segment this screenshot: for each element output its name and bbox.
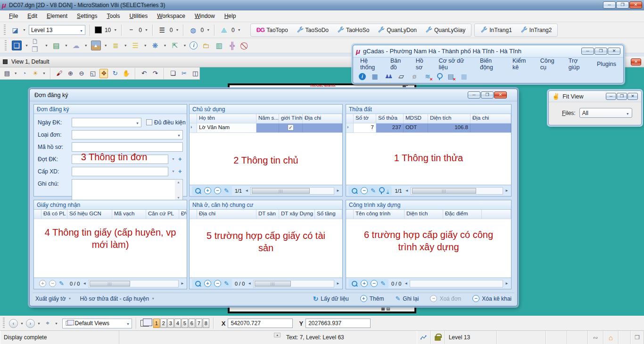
- scrollbar-thumb[interactable]: [252, 188, 310, 194]
- gcadas-menu-congcu[interactable]: Công cụ: [536, 56, 564, 73]
- view-8-button[interactable]: 8: [203, 319, 209, 328]
- gcadas-restore-button[interactable]: ❐: [594, 48, 607, 55]
- line-style-dropdown-icon[interactable]: [145, 28, 148, 32]
- col-dv[interactable]: ĐV: [179, 210, 187, 219]
- line-weight-dropdown-icon[interactable]: [176, 28, 179, 32]
- taotopo-button[interactable]: ĐG TaoTopo: [253, 25, 292, 35]
- remove-layers-icon[interactable]: [423, 72, 432, 81]
- hide-icon[interactable]: [410, 72, 419, 81]
- cap-xd-add-icon[interactable]: [178, 168, 182, 174]
- pan-view-icon[interactable]: ✋: [122, 69, 131, 78]
- owner-name-cell[interactable]: Lờ Văn Nam: [197, 123, 256, 132]
- scroll-left-icon[interactable]: [245, 188, 248, 193]
- col-namsinh[interactable]: Năm s...: [256, 114, 279, 123]
- delete-declaration-button[interactable]: Xóa kê khai: [472, 295, 512, 302]
- dropdown-icon[interactable]: [45, 44, 48, 47]
- remove-record-icon[interactable]: [214, 280, 221, 287]
- owners-scrollbar[interactable]: [250, 187, 334, 195]
- col-sohieugcn[interactable]: Số hiệu GCN: [67, 210, 112, 219]
- view-2-button[interactable]: 2: [160, 319, 167, 328]
- col-dacopl[interactable]: Đã có PL: [41, 210, 67, 219]
- cel-library-icon[interactable]: ☁: [71, 41, 81, 50]
- copy-view-icon[interactable]: ❏: [169, 69, 177, 78]
- auxiliary-coordinates-icon[interactable]: ⇱: [170, 41, 180, 50]
- fit-view-icon[interactable]: ✥: [99, 69, 108, 78]
- menu-tools[interactable]: Tools: [102, 11, 124, 21]
- taosodo-button[interactable]: TaoSoDo: [293, 25, 332, 35]
- col-cancupl[interactable]: Căn cứ PL: [146, 210, 179, 219]
- edit-record-icon[interactable]: [380, 280, 386, 287]
- dropdown-icon[interactable]: [183, 44, 187, 47]
- diachi-cell[interactable]: [471, 123, 511, 132]
- view-window-icon[interactable]: [3, 59, 8, 64]
- view-rotation-icon[interactable]: ⌖: [43, 319, 52, 328]
- zoom-out-icon[interactable]: ⊖: [77, 69, 86, 78]
- scroll-right-icon[interactable]: [336, 188, 340, 193]
- dropdown-icon[interactable]: [144, 44, 147, 47]
- textarea-scrollbar[interactable]: ▲▼: [175, 180, 182, 200]
- scroll-down-icon[interactable]: ▼: [177, 196, 180, 199]
- status-tab-icon[interactable]: [274, 333, 281, 337]
- clip-mask-icon[interactable]: ◫: [191, 69, 199, 78]
- transparency-icon[interactable]: ⟁: [219, 25, 229, 35]
- owner-year-cell[interactable]: [256, 123, 279, 132]
- edit-record-icon[interactable]: [59, 280, 64, 287]
- info-icon[interactable]: [359, 73, 366, 80]
- add-record-icon[interactable]: [361, 280, 368, 287]
- view-6-button[interactable]: 6: [189, 319, 195, 328]
- col-sothua[interactable]: Số thửa: [376, 114, 404, 123]
- cap-xd-dropdown-icon[interactable]: [172, 170, 175, 173]
- line-weight-icon[interactable]: ☰: [157, 25, 167, 35]
- menu-workspace[interactable]: Workspace: [153, 11, 190, 21]
- owner-address-cell[interactable]: [303, 123, 342, 132]
- scrollbar-thumb[interactable]: [90, 281, 130, 287]
- stop-tool-icon[interactable]: ⃠: [240, 41, 250, 50]
- element-class-icon[interactable]: ◍: [188, 25, 198, 35]
- view-display-mode-icon[interactable]: ◔: [20, 69, 29, 78]
- add-record-icon[interactable]: [204, 280, 211, 287]
- scroll-right-icon[interactable]: [505, 281, 509, 286]
- mdsd-cell[interactable]: ODT: [404, 123, 428, 132]
- dialog-restore-button[interactable]: ❐: [481, 91, 494, 98]
- view-3-button[interactable]: 3: [167, 319, 174, 328]
- scroll-right-icon[interactable]: [505, 188, 509, 193]
- gcadas-menu-trogiup[interactable]: Trợ giúp: [564, 56, 593, 73]
- dropdown-icon[interactable]: [124, 44, 127, 47]
- location-pin-icon[interactable]: [437, 73, 442, 80]
- fit-view-close-button[interactable]: ✕: [627, 93, 638, 100]
- dropdown-icon[interactable]: [25, 44, 28, 47]
- du-dieu-kien-checkbox[interactable]: [146, 119, 152, 125]
- gcadas-menu-kiemke[interactable]: Kiểm kê: [508, 56, 536, 73]
- line-style-icon[interactable]: ┅: [126, 25, 136, 35]
- models-icon[interactable]: ▤: [51, 41, 61, 50]
- gcadas-menu-hoso[interactable]: Hồ sơ: [412, 56, 435, 73]
- dropdown-icon[interactable]: [55, 322, 58, 325]
- menu-utilities[interactable]: Utilities: [125, 11, 152, 21]
- remove-record-icon[interactable]: [361, 187, 368, 194]
- col-soto[interactable]: Số tờ: [354, 114, 376, 123]
- dropdown-icon[interactable]: [84, 44, 88, 47]
- view-previous-button[interactable]: ‹: [9, 319, 18, 328]
- col-dientich[interactable]: Diện tích: [405, 210, 443, 219]
- menu-help[interactable]: Help: [220, 11, 240, 21]
- users-icon[interactable]: [384, 72, 392, 81]
- col-dtxaydung[interactable]: DT xây Dựng: [279, 210, 315, 219]
- toolbar-grip[interactable]: [4, 25, 6, 36]
- update-view-icon[interactable]: 🖌: [55, 69, 64, 78]
- menu-element[interactable]: Element: [42, 11, 72, 21]
- active-element-template-icon[interactable]: ◪: [10, 25, 20, 35]
- transparency-dropdown-icon[interactable]: [238, 28, 241, 32]
- save-button[interactable]: Ghi lại: [395, 295, 419, 302]
- edit-record-icon[interactable]: [371, 188, 376, 194]
- col-sotang[interactable]: Số tầng: [315, 210, 342, 219]
- fetch-data-button[interactable]: Lấy dữ liệu: [313, 295, 349, 302]
- col-tencongtrinh[interactable]: Tên công trình: [354, 210, 405, 219]
- col-dacdiem[interactable]: Đặc điểm: [443, 210, 482, 219]
- view-next-icon[interactable]: ↷: [151, 69, 159, 78]
- delete-form-button[interactable]: Xoá đơn: [430, 295, 461, 302]
- add-record-icon[interactable]: [204, 187, 211, 194]
- edit-record-icon[interactable]: [224, 280, 229, 287]
- certificate-scrollbar[interactable]: [88, 280, 179, 287]
- locate-parcel-icon[interactable]: [379, 187, 384, 194]
- minimize-button[interactable]: ─: [603, 1, 616, 8]
